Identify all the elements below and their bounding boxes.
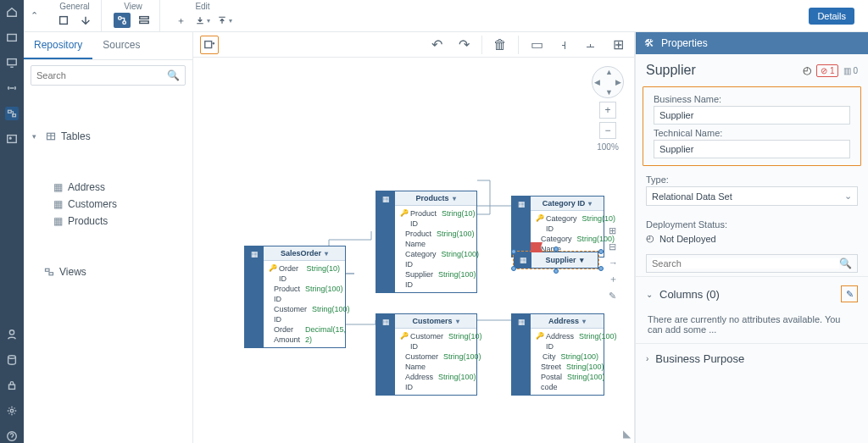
entity-icon: ▦ [515, 252, 531, 268]
layout-btn-3[interactable]: ⊞ [609, 36, 627, 54]
entity-address[interactable]: ▦ Address▾ 🔑Address IDString(100)CityStr… [511, 313, 604, 396]
resize-handle[interactable] [511, 266, 516, 271]
tree-item-customers[interactable]: ▦Customers [24, 196, 192, 213]
resize-handle[interactable] [598, 266, 604, 271]
resize-handle[interactable] [554, 269, 559, 274]
type-select[interactable]: Relational Data Set⌄ [646, 186, 858, 206]
zoom-level: 100% [597, 142, 619, 152]
resize-handle[interactable] [554, 246, 559, 252]
edit-export-button[interactable]: ▾ [216, 13, 233, 28]
action-add-icon[interactable]: ＋ [609, 273, 618, 285]
database-icon[interactable] [5, 353, 19, 367]
preview-button[interactable]: ▭ [527, 36, 546, 54]
svg-rect-2 [8, 110, 12, 113]
svg-rect-4 [8, 136, 17, 143]
resize-handle[interactable] [598, 249, 604, 254]
svg-point-7 [8, 356, 16, 359]
ribbon-group-view: View [107, 0, 160, 31]
delete-button[interactable]: 🗑 [491, 36, 509, 54]
entity-salesorder[interactable]: ▦ SalesOrder▾ 🔑Order IDString(10)Product… [244, 246, 346, 348]
error-icon: ⊘ [821, 66, 827, 75]
business-name-input[interactable] [654, 106, 850, 125]
link-icon[interactable] [5, 81, 19, 95]
home-icon[interactable] [5, 5, 19, 19]
ribbon-group-label: View [124, 2, 142, 11]
entity-supplier[interactable]: ▦ Supplier▾ [514, 252, 598, 269]
edit-import-button[interactable]: ▾ [194, 13, 211, 28]
repository-sidebar: Repository Sources 🔍 ▾ Tables ▦Address ▦… [24, 32, 193, 443]
chevron-down-icon[interactable]: ▾ [453, 195, 456, 202]
model-icon[interactable] [5, 107, 19, 120]
general-btn-1[interactable] [55, 13, 72, 28]
gear-icon[interactable] [5, 404, 19, 418]
svg-rect-0 [8, 35, 17, 42]
layout-btn-2[interactable]: ⫠ [581, 36, 600, 54]
chevron-down-icon[interactable]: ▾ [580, 256, 584, 264]
table-icon [46, 131, 56, 141]
chevron-down-icon: ⌄ [844, 191, 852, 202]
entity-customers[interactable]: ▦ Customers▾ 🔑Customer IDString(10)Custo… [376, 313, 477, 396]
action-edit-icon[interactable]: ✎ [609, 291, 618, 302]
ribbon-group-general: General [48, 0, 102, 31]
pan-control[interactable]: ▲ ▼ ◀ ▶ [592, 66, 624, 98]
repository-search[interactable]: 🔍 [31, 65, 186, 86]
details-button[interactable]: Details [809, 8, 854, 25]
technical-name-label: Technical Name: [654, 128, 850, 138]
view-btn-diagram[interactable] [114, 13, 131, 28]
wrench-icon: 🛠 [644, 37, 654, 49]
business-purpose-section[interactable]: › Business Purpose [636, 343, 868, 374]
status-icon: ◴ [646, 233, 654, 244]
chevron-down-icon: ⌄ [646, 290, 653, 299]
nav-rail [0, 0, 24, 443]
entity-products[interactable]: ▦ Products▾ 🔑Product IDString(10)Product… [376, 191, 477, 293]
zoom-in-button[interactable]: + [599, 102, 616, 119]
columns-section[interactable]: ⌄ Columns (0) ✎ [636, 276, 868, 311]
folder-icon[interactable] [5, 30, 19, 44]
edit-add-button[interactable]: ＋ [172, 13, 189, 28]
undo-button[interactable]: ↶ [427, 36, 446, 54]
image-icon[interactable] [5, 132, 19, 146]
navigation-control: ▲ ▼ ◀ ▶ + − 100% [592, 66, 624, 152]
tree-item-products[interactable]: ▦Products [24, 213, 192, 230]
general-btn-2[interactable] [77, 13, 94, 28]
action-icon[interactable]: ⊟ [609, 241, 618, 252]
table-icon: ▦ [53, 216, 63, 226]
resize-handle[interactable] [511, 249, 516, 254]
action-icon[interactable]: ⊞ [609, 225, 618, 236]
technical-name-input[interactable] [654, 140, 850, 158]
zoom-out-button[interactable]: − [599, 122, 616, 139]
ribbon-group-label: Edit [195, 2, 209, 11]
help-icon[interactable] [5, 429, 19, 443]
search-input[interactable] [652, 258, 839, 269]
search-input[interactable] [36, 70, 167, 80]
add-entity-button[interactable] [200, 36, 219, 54]
svg-point-12 [119, 17, 122, 20]
view-btn-list[interactable] [136, 13, 153, 28]
tab-sources[interactable]: Sources [92, 32, 150, 59]
screen-icon[interactable] [5, 56, 19, 69]
user-icon[interactable] [5, 328, 19, 341]
tree-item-address[interactable]: ▦Address [24, 179, 192, 196]
resize-corner-icon[interactable]: ◣ [623, 428, 631, 440]
redo-button[interactable]: ↷ [454, 36, 473, 54]
tree-tables[interactable]: ▾ Tables [24, 94, 192, 179]
properties-search[interactable]: 🔍 [646, 254, 858, 273]
tree-label: Tables [61, 130, 91, 142]
ribbon-collapse-icon[interactable]: ⌃ [31, 0, 43, 31]
properties-panel: 🛠 Properties Supplier ◴ ⊘1 ▥0 Business N… [635, 32, 868, 443]
chevron-down-icon[interactable]: ▾ [456, 318, 459, 325]
layout-btn-1[interactable]: ⫞ [554, 36, 573, 54]
edit-columns-button[interactable]: ✎ [841, 285, 858, 302]
error-badge[interactable]: ⊘1 [816, 64, 839, 77]
chevron-down-icon[interactable]: ▾ [588, 200, 592, 208]
lock-icon[interactable] [5, 379, 19, 392]
chevron-down-icon[interactable]: ▾ [582, 318, 586, 325]
tab-repository[interactable]: Repository [24, 32, 92, 59]
action-link-icon[interactable]: → [609, 257, 618, 268]
entity-icon: ▦ [376, 191, 395, 292]
chevron-down-icon[interactable]: ▾ [325, 250, 328, 257]
diagram-canvas[interactable]: ▦ SalesOrder▾ 🔑Order IDString(10)Product… [193, 58, 634, 443]
ribbon-group-label: General [59, 2, 90, 11]
tree-views[interactable]: Views [24, 230, 192, 314]
svg-point-9 [10, 409, 14, 413]
